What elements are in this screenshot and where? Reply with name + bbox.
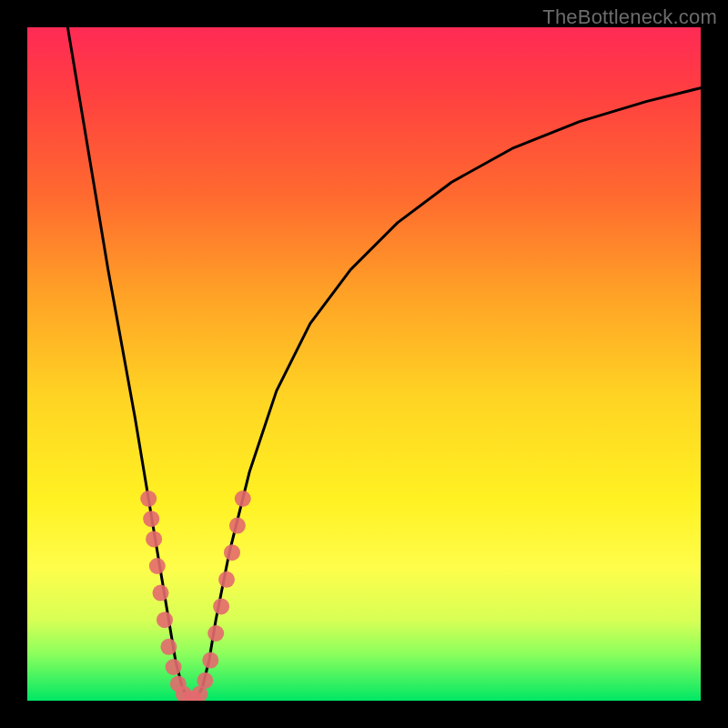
plot-area bbox=[27, 27, 701, 701]
marker-dot bbox=[140, 490, 157, 507]
marker-dot bbox=[143, 511, 159, 527]
marker-dot bbox=[207, 625, 224, 642]
marker-dot bbox=[153, 585, 169, 602]
chart-frame: TheBottleneck.com bbox=[0, 0, 728, 728]
marker-dot bbox=[224, 544, 240, 561]
watermark-text: TheBottleneck.com bbox=[542, 5, 717, 29]
marker-dot bbox=[157, 612, 173, 628]
marker-dot bbox=[197, 672, 213, 689]
marker-dot bbox=[149, 558, 166, 574]
marker-dot bbox=[166, 659, 182, 675]
chart-svg bbox=[27, 27, 701, 701]
marker-dot bbox=[213, 598, 229, 614]
marker-dot bbox=[218, 571, 235, 588]
marker-dot bbox=[160, 639, 177, 655]
marker-dot bbox=[235, 490, 251, 507]
marker-dot bbox=[229, 518, 246, 534]
marker-dot bbox=[202, 652, 218, 669]
marker-dots bbox=[140, 490, 251, 701]
marker-dot bbox=[146, 531, 162, 547]
